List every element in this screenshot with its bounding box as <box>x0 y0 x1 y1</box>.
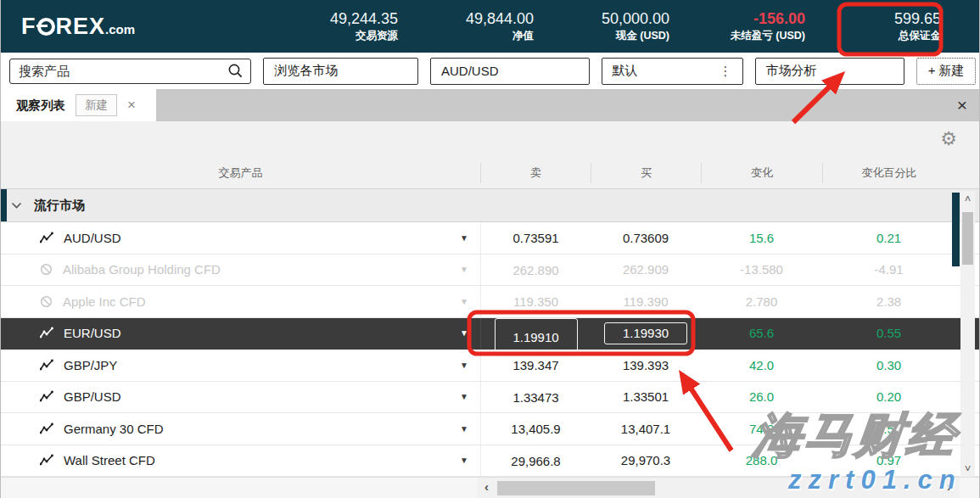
market-closed-icon <box>40 295 53 308</box>
column-header-buy[interactable]: 买 <box>591 163 701 183</box>
layout-selector-label: 默认 <box>613 63 638 79</box>
layout-selector[interactable]: 默认 ⋮ <box>602 58 743 85</box>
stat-value: 49,844.00 <box>440 9 534 28</box>
panel-close-icon[interactable]: × <box>957 89 979 121</box>
table-header: 交易产品 卖 买 变化 变化百分比 <box>1 157 979 189</box>
chevron-down-icon[interactable]: ▼ <box>460 297 480 306</box>
buy-price[interactable]: 119.390 <box>591 294 701 309</box>
watermark-small: zzrt01.cn <box>788 465 962 495</box>
search-box[interactable] <box>9 59 251 84</box>
group-accent-bar <box>1 189 7 221</box>
table-row-selected[interactable]: EUR/USD ▼ 1.19910 1.19930 65.6 0.55 <box>1 318 979 350</box>
tab-close-icon[interactable]: × <box>127 97 136 114</box>
column-header-change-pct[interactable]: 变化百分比 <box>822 163 955 183</box>
sell-price[interactable]: 0.73591 <box>480 222 591 254</box>
instrument-name: Alibaba Group Holding CFD <box>63 262 221 277</box>
market-analysis-button[interactable]: 市场分析 <box>755 58 905 85</box>
chevron-down-icon[interactable]: ▼ <box>460 361 480 370</box>
group-row-popular-markets[interactable]: 流行市场 <box>1 189 979 222</box>
market-closed-icon <box>40 263 53 276</box>
buy-price[interactable]: 29,970.3 <box>591 453 701 467</box>
sell-price[interactable]: 13,405.9 <box>480 413 591 445</box>
stat-label: 净值 <box>440 29 534 43</box>
instrument-selector[interactable]: AUD/USD <box>430 58 590 85</box>
line-chart-icon <box>40 422 53 435</box>
stat-value: 49,244.35 <box>305 9 398 28</box>
search-input[interactable] <box>19 64 227 78</box>
account-header: FREX.com 49,244.35 交易资源 49,844.00 净值 50,… <box>1 0 979 53</box>
instrument-selector-label: AUD/USD <box>441 64 499 78</box>
tab-watchlist-label: 观察列表 <box>16 98 65 114</box>
column-header-change[interactable]: 变化 <box>701 163 822 183</box>
table-row[interactable]: AUD/USD ▼ 0.73591 0.73609 15.6 0.21 <box>1 222 979 255</box>
chevron-down-icon[interactable]: ▼ <box>460 456 480 465</box>
buy-price[interactable]: 0.73609 <box>591 231 701 245</box>
more-options-icon[interactable]: ⋮ <box>720 64 732 79</box>
table-row[interactable]: GBP/JPY ▼ 139.347 139.393 42.0 0.30 <box>1 350 979 382</box>
browse-markets-label: 浏览各市场 <box>274 63 338 79</box>
new-panel-button[interactable]: + 新建 <box>916 58 976 85</box>
chevron-down-icon[interactable]: ▼ <box>460 328 480 338</box>
instrument-name: AUD/USD <box>64 231 121 245</box>
search-icon[interactable] <box>227 63 244 79</box>
buy-price-button[interactable]: 1.19930 <box>604 322 687 344</box>
stat-total-margin: 599.65 总保证金 <box>848 9 941 43</box>
stat-net-value: 49,844.00 净值 <box>440 9 534 43</box>
logo-o-icon <box>37 18 55 36</box>
browse-markets-button[interactable]: 浏览各市场 <box>263 58 418 85</box>
change-pct-value: 0.20 <box>822 389 955 404</box>
buy-price[interactable]: 13,407.1 <box>591 422 701 436</box>
sell-price[interactable]: 119.350 <box>480 286 591 317</box>
change-value: 65.6 <box>701 326 822 340</box>
stat-label: 现金 (USD) <box>576 29 669 43</box>
group-label: 流行市场 <box>34 198 85 214</box>
instrument-name: GBP/USD <box>64 389 121 404</box>
chevron-down-icon[interactable]: ▼ <box>460 233 480 243</box>
stat-cash: 50,000.00 现金 (USD) <box>576 9 669 43</box>
scroll-up-icon[interactable]: ˄ <box>960 193 975 205</box>
scroll-left-icon[interactable]: ‹ <box>484 479 489 494</box>
sell-price[interactable]: 1.33473 <box>480 382 591 413</box>
chevron-down-icon[interactable]: ▼ <box>460 392 480 401</box>
forex-logo: FREX.com <box>21 14 135 40</box>
line-chart-icon <box>40 359 53 372</box>
chevron-down-icon[interactable]: ▼ <box>460 424 480 434</box>
change-pct-value: 0.30 <box>822 358 955 372</box>
instrument-name: GBP/JPY <box>64 358 117 372</box>
gear-icon[interactable]: ⚙ <box>940 130 957 148</box>
column-header-sell[interactable]: 卖 <box>480 163 591 183</box>
buy-price[interactable]: 1.33501 <box>591 389 701 404</box>
chevron-down-icon[interactable] <box>11 202 22 210</box>
logo-text-com: .com <box>105 22 135 36</box>
market-analysis-label: 市场分析 <box>766 63 817 79</box>
toolbar: 浏览各市场 AUD/USD 默认 ⋮ 市场分析 + 新建 <box>1 53 979 89</box>
change-value: 2.780 <box>701 294 822 309</box>
line-chart-icon <box>40 232 53 244</box>
table-row[interactable]: Apple Inc CFD ▼ 119.350 119.390 2.780 2.… <box>1 286 979 318</box>
instrument-name: Germany 30 CFD <box>64 422 164 436</box>
stat-value: 599.65 <box>848 9 941 28</box>
tab-watchlist[interactable]: 观察列表 新建 × <box>1 89 156 121</box>
change-value: 15.6 <box>701 231 822 245</box>
sell-price[interactable]: 262.890 <box>480 255 591 286</box>
vertical-scrollbar-thumb[interactable] <box>962 212 973 265</box>
table-row[interactable]: Alibaba Group Holding CFD ▼ 262.890 262.… <box>1 255 979 287</box>
stat-label: 总保证金 <box>848 29 941 43</box>
horizontal-scrollbar-thumb[interactable] <box>497 481 655 495</box>
column-header-product[interactable]: 交易产品 <box>1 165 480 181</box>
tab-new-button[interactable]: 新建 <box>76 94 117 116</box>
buy-price[interactable]: 262.909 <box>591 262 701 277</box>
sell-price[interactable]: 139.347 <box>480 350 591 381</box>
sell-price[interactable]: 29,966.8 <box>480 445 591 477</box>
vertical-scrollbar[interactable]: ˄ ˅ <box>960 191 975 477</box>
instrument-name: Apple Inc CFD <box>63 294 146 309</box>
line-chart-icon <box>40 327 53 339</box>
watchlist-settings-row: ⚙ <box>1 121 979 157</box>
scroll-down-icon[interactable]: ˅ <box>960 462 975 475</box>
chevron-down-icon[interactable]: ▼ <box>460 265 480 274</box>
change-value: -13.580 <box>701 262 822 277</box>
buy-price[interactable]: 139.393 <box>591 358 701 372</box>
line-chart-icon <box>40 390 53 403</box>
change-value: 42.0 <box>701 358 822 372</box>
instrument-name: EUR/USD <box>64 326 121 340</box>
